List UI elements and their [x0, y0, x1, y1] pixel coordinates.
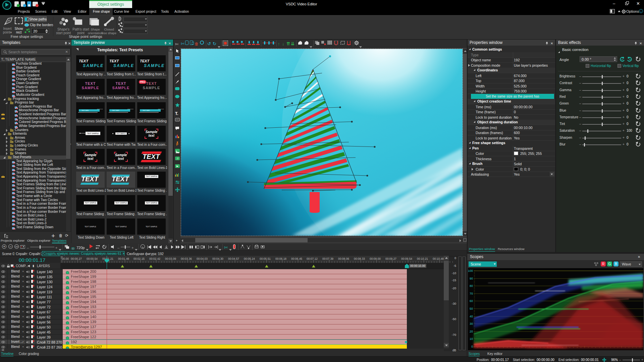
svg-text:20: 20	[470, 330, 473, 333]
svg-text:100: 100	[468, 269, 473, 273]
svg-text:0: 0	[471, 345, 473, 348]
svg-text:90: 90	[470, 277, 473, 280]
svg-text:10: 10	[470, 337, 473, 341]
svg-text:50: 50	[470, 307, 473, 310]
svg-text:90: 90	[621, 59, 624, 61]
svg-text:90: 90	[629, 59, 631, 61]
svg-text:30: 30	[470, 322, 473, 325]
svg-text:40: 40	[470, 315, 473, 318]
svg-text:80: 80	[470, 284, 473, 288]
svg-text:60: 60	[470, 299, 473, 303]
svg-text:70: 70	[470, 292, 473, 295]
